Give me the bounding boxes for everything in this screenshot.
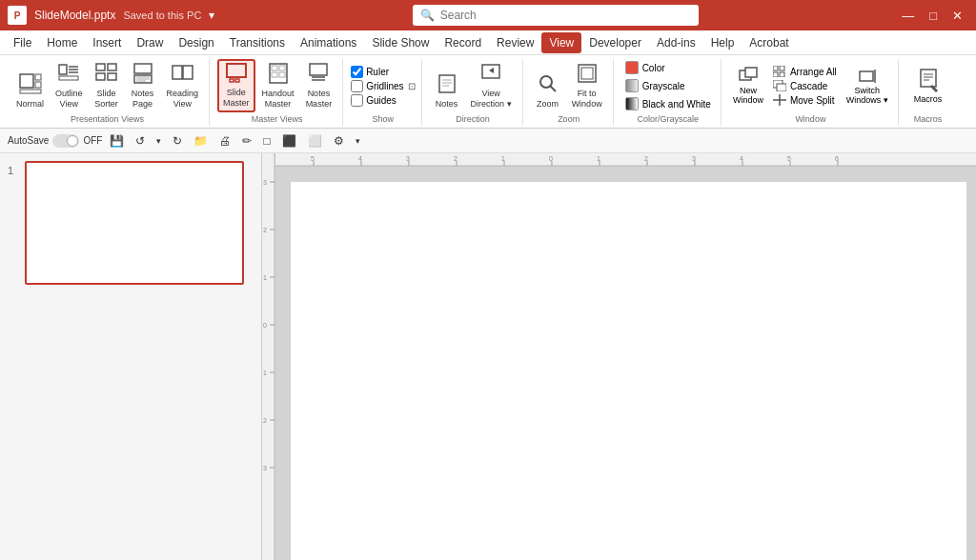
svg-text:6: 6 [835, 155, 839, 162]
slide-sorter-button[interactable]: SlideSorter [90, 59, 124, 112]
table-button[interactable]: ⬛ [278, 132, 300, 150]
menu-slideshow[interactable]: Slide Show [364, 32, 437, 53]
undo-button[interactable]: ↺ [132, 132, 149, 150]
reading-view-button[interactable]: ReadingView [162, 59, 204, 112]
move-split-label: Move Split [790, 95, 835, 106]
svg-rect-51 [860, 71, 873, 81]
minimize-button[interactable]: — [896, 7, 920, 25]
search-box[interactable]: 🔍 [413, 5, 699, 26]
insert-slide-button[interactable]: □ [259, 132, 274, 150]
svg-text:3: 3 [692, 155, 696, 162]
menu-transitions[interactable]: Transitions [222, 32, 293, 53]
outline-view-icon [57, 63, 80, 87]
autosave-toggle[interactable]: AutoSave OFF [8, 134, 102, 148]
outline-view-button[interactable]: OutlineView [51, 59, 88, 112]
macros-label: Macros [914, 94, 943, 104]
slide-panel: 1 [0, 153, 262, 560]
autosave-track[interactable] [52, 134, 79, 148]
svg-marker-36 [489, 68, 494, 73]
notes-master-button[interactable]: NotesMaster [301, 59, 337, 112]
switch-windows-button[interactable]: SwitchWindows ▾ [843, 59, 892, 112]
show-expand-icon[interactable]: ⊡ [408, 81, 416, 91]
ruler-check[interactable]: Ruler [351, 66, 403, 78]
show-label: Show [373, 114, 395, 124]
move-split-button[interactable]: Move Split [769, 93, 841, 107]
ribbon-group-window: NewWindow Arrange All Cascade Move Split [723, 59, 899, 126]
menu-record[interactable]: Record [437, 32, 489, 53]
saved-dropdown-icon[interactable]: ▾ [209, 9, 214, 22]
menu-view[interactable]: View [541, 32, 581, 53]
ruler-h-marks: 5 4 3 2 1 0 1 2 3 4 5 [275, 153, 976, 167]
notes-page-button[interactable]: NotesPage [126, 59, 160, 112]
window-group-label: Window [795, 114, 825, 124]
menu-draw[interactable]: Draw [129, 32, 171, 53]
svg-rect-11 [96, 73, 105, 80]
svg-text:1: 1 [501, 155, 505, 162]
print-button[interactable]: 🖨 [215, 132, 234, 150]
master-view-buttons: SlideMaster HandoutMaster NotesMaster [217, 59, 336, 112]
menu-addins[interactable]: Add-ins [649, 32, 703, 53]
maximize-button[interactable]: □ [924, 7, 943, 25]
svg-rect-2 [35, 82, 41, 88]
save-button[interactable]: 💾 [106, 132, 128, 150]
slide-thumbnail[interactable] [25, 161, 244, 285]
ruler-vertical: 3 2 1 0 1 2 3 [262, 153, 275, 560]
svg-line-38 [550, 86, 556, 91]
menu-file[interactable]: File [6, 32, 39, 53]
notes-page-label: NotesPage [132, 89, 154, 110]
slide-canvas[interactable] [291, 182, 966, 560]
qa-dropdown[interactable]: ▾ [352, 134, 364, 148]
search-input[interactable] [440, 9, 688, 22]
new-window-icon [739, 67, 758, 86]
svg-rect-19 [183, 66, 193, 79]
svg-rect-25 [279, 66, 285, 70]
notes-master-label: NotesMaster [306, 89, 333, 110]
menu-developer[interactable]: Developer [581, 32, 649, 53]
black-white-button[interactable]: Black and White [621, 95, 715, 112]
ruler-v-marks: 3 2 1 0 1 2 3 [262, 153, 275, 560]
close-button[interactable]: ✕ [946, 7, 968, 25]
notes-button[interactable]: Notes [430, 59, 464, 112]
ribbon-group-direction: Notes ViewDirection ▾ Direction [424, 59, 523, 126]
new-window-button[interactable]: NewWindow [729, 59, 767, 112]
arrange-all-button[interactable]: Arrange All [769, 65, 841, 78]
menu-review[interactable]: Review [489, 32, 541, 53]
more-button[interactable]: ⬜ [304, 132, 326, 150]
window-controls: — □ ✕ [896, 7, 968, 25]
open-button[interactable]: 📁 [190, 132, 212, 150]
undo-dropdown[interactable]: ▾ [152, 134, 165, 148]
autosave-label: AutoSave [8, 135, 49, 146]
slide-master-button[interactable]: SlideMaster [217, 59, 255, 112]
svg-text:5: 5 [311, 155, 315, 162]
menu-acrobat[interactable]: Acrobat [742, 32, 796, 53]
menu-design[interactable]: Design [171, 32, 221, 53]
fit-to-window-button[interactable]: Fit toWindow [567, 59, 607, 112]
ribbon: Normal OutlineView SlideSorter [0, 55, 976, 129]
draw-button[interactable]: ✏ [238, 132, 255, 150]
menu-insert[interactable]: Insert [85, 32, 129, 53]
handout-master-button[interactable]: HandoutMaster [257, 59, 299, 112]
redo-button[interactable]: ↻ [169, 132, 186, 150]
svg-text:0: 0 [549, 155, 553, 162]
view-direction-button[interactable]: ViewDirection ▾ [466, 59, 517, 112]
settings-button[interactable]: ⚙ [330, 132, 348, 150]
cascade-button[interactable]: Cascade [769, 79, 841, 92]
normal-view-icon [19, 73, 42, 97]
gridlines-check[interactable]: Gridlines [351, 80, 403, 92]
guides-check[interactable]: Guides [351, 94, 403, 107]
normal-view-button[interactable]: Normal [11, 59, 49, 112]
search-icon: 🔍 [420, 9, 435, 22]
color-button[interactable]: Color [621, 59, 715, 76]
svg-rect-40 [581, 68, 593, 79]
ruler-horizontal: 5 4 3 2 1 0 1 2 3 4 5 [275, 153, 976, 167]
black-white-label: Black and White [642, 99, 711, 110]
svg-rect-21 [230, 79, 234, 82]
svg-rect-42 [745, 68, 757, 77]
menu-help[interactable]: Help [703, 32, 742, 53]
grayscale-button[interactable]: Grayscale [621, 77, 715, 94]
menu-home[interactable]: Home [39, 32, 85, 53]
macros-button[interactable]: Macros [906, 59, 950, 112]
svg-rect-48 [777, 84, 786, 91]
menu-animations[interactable]: Animations [293, 32, 364, 53]
zoom-button[interactable]: Zoom [531, 59, 565, 112]
